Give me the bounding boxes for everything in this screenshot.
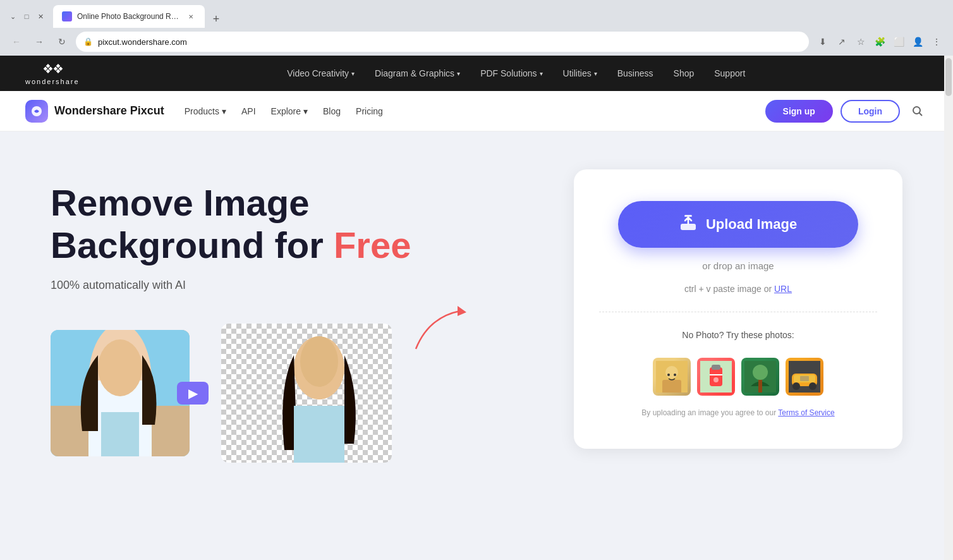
signup-button[interactable]: Sign up xyxy=(765,100,833,123)
tab-favicon xyxy=(62,11,72,21)
svg-rect-32 xyxy=(800,376,809,381)
terms-link[interactable]: Terms of Service xyxy=(778,408,834,417)
arrow-next: ▶ xyxy=(177,382,209,405)
pixcut-brand-name: Wondershare Pixcut xyxy=(54,104,164,118)
svg-point-18 xyxy=(667,374,670,376)
browser-titlebar: ⌄ □ ✕ Online Photo Background Remo... ✕ … xyxy=(0,0,953,28)
nav-item-business[interactable]: Business xyxy=(617,68,653,78)
drop-hint: or drop an image xyxy=(702,260,774,271)
hero-section: Remove Image Background for Free 100% au… xyxy=(51,169,536,463)
hero-free-text: Free xyxy=(334,224,411,265)
pixcut-nav-api[interactable]: API xyxy=(241,106,256,116)
sample-photo-2[interactable] xyxy=(697,358,735,396)
refresh-button[interactable]: ↻ xyxy=(53,33,71,51)
sidebar-button[interactable]: ⬜ xyxy=(890,33,907,51)
svg-point-30 xyxy=(809,382,816,390)
active-tab[interactable]: Online Photo Background Remo... ✕ xyxy=(53,5,205,28)
sample-photos xyxy=(653,358,823,396)
url-link[interactable]: URL xyxy=(774,284,792,294)
pixcut-nav-pricing-label: Pricing xyxy=(356,106,383,116)
nav-item-diagram-graphics-label: Diagram & Graphics xyxy=(375,68,454,78)
before-image-container: ▶ xyxy=(51,330,190,456)
toolbar-actions: ⬇ ↗ ☆ 🧩 ⬜ 👤 ⋮ xyxy=(814,33,945,51)
wondershare-logo[interactable]: ❖❖ wondershare xyxy=(25,61,80,85)
svg-point-29 xyxy=(792,382,800,390)
wondershare-navbar: ❖❖ wondershare Video Creativity ▾ Diagra… xyxy=(0,56,953,91)
pixcut-nav-blog[interactable]: Blog xyxy=(323,106,341,116)
wondershare-logo-text: wondershare xyxy=(25,78,80,85)
more-options-button[interactable]: ⋮ xyxy=(928,33,945,51)
pixcut-nav-blog-label: Blog xyxy=(323,106,341,116)
nav-item-shop[interactable]: Shop xyxy=(674,68,695,78)
main-content: Remove Image Background for Free 100% au… xyxy=(0,131,953,523)
pixcut-brand[interactable]: Wondershare Pixcut xyxy=(25,100,164,123)
wondershare-logo-icon: ❖❖ xyxy=(42,61,63,76)
svg-point-1 xyxy=(913,107,920,114)
before-image xyxy=(51,330,190,456)
upload-panel: Upload Image or drop an image ctrl + v p… xyxy=(574,169,902,449)
after-image xyxy=(221,324,392,463)
share-button[interactable]: ↗ xyxy=(833,33,851,51)
svg-rect-21 xyxy=(710,367,722,386)
nav-item-utilities[interactable]: Utilities ▾ xyxy=(563,68,597,78)
divider xyxy=(599,312,877,312)
svg-rect-17 xyxy=(662,380,681,393)
address-bar[interactable]: 🔒 pixcut.wondershare.com xyxy=(76,32,809,52)
minimize-window-button[interactable]: ⌄ xyxy=(8,11,18,21)
nav-item-support-label: Support xyxy=(714,68,745,78)
hero-title-line2: Background for xyxy=(51,224,334,265)
search-button[interactable] xyxy=(907,101,928,121)
pixcut-nav-items: Products ▾ API Explore ▾ Blog Pricing xyxy=(185,106,745,116)
chevron-down-icon: ▾ xyxy=(303,106,308,116)
pixcut-nav-products-label: Products xyxy=(185,106,219,116)
svg-point-11 xyxy=(300,336,338,387)
scrollbar-thumb[interactable] xyxy=(945,58,952,96)
pixcut-nav-products[interactable]: Products ▾ xyxy=(185,106,226,116)
pixcut-logo-icon xyxy=(25,100,48,123)
terms-prefix: By uploading an image you agree to our xyxy=(641,408,778,417)
window-controls: ⌄ □ ✕ xyxy=(8,11,46,21)
back-button[interactable]: ← xyxy=(8,33,25,51)
restore-window-button[interactable]: □ xyxy=(21,11,32,21)
upload-icon xyxy=(679,214,697,235)
bookmark-button[interactable]: ☆ xyxy=(852,33,870,51)
svg-rect-10 xyxy=(294,406,344,463)
svg-rect-8 xyxy=(101,412,139,456)
terms-text: By uploading an image you agree to our T… xyxy=(641,408,834,417)
chevron-down-icon: ▾ xyxy=(351,70,355,77)
sample-photo-4[interactable] xyxy=(786,358,823,396)
upload-image-button[interactable]: Upload Image xyxy=(618,201,858,248)
login-button[interactable]: Login xyxy=(841,100,900,123)
pixcut-nav-explore-label: Explore xyxy=(271,106,301,116)
browser-chrome: ⌄ □ ✕ Online Photo Background Remo... ✕ … xyxy=(0,0,953,56)
chevron-down-icon: ▾ xyxy=(594,70,597,77)
pixcut-nav-explore[interactable]: Explore ▾ xyxy=(271,106,308,116)
nav-item-video-creativity[interactable]: Video Creativity ▾ xyxy=(287,68,355,78)
nav-item-support[interactable]: Support xyxy=(714,68,745,78)
new-tab-button[interactable]: + xyxy=(207,10,225,28)
sample-photo-3[interactable] xyxy=(741,358,779,396)
forward-button[interactable]: → xyxy=(30,33,48,51)
svg-marker-12 xyxy=(458,306,466,316)
lock-icon: 🔒 xyxy=(83,37,93,46)
hero-images: ▶ xyxy=(51,324,536,463)
nav-item-business-label: Business xyxy=(617,68,653,78)
hero-subtitle: 100% automatically with AI xyxy=(51,279,536,292)
sample-photo-1[interactable] xyxy=(653,358,691,396)
curved-arrow-indicator xyxy=(410,305,473,358)
nav-item-pdf-solutions[interactable]: PDF Solutions ▾ xyxy=(480,68,542,78)
tab-bar: Online Photo Background Remo... ✕ + xyxy=(53,5,945,28)
pixcut-navbar: Wondershare Pixcut Products ▾ API Explor… xyxy=(0,91,953,131)
pixcut-nav-pricing[interactable]: Pricing xyxy=(356,106,383,116)
svg-point-7 xyxy=(98,339,142,396)
extensions-button[interactable]: 🧩 xyxy=(871,33,889,51)
upload-button-label: Upload Image xyxy=(706,216,797,233)
nav-item-pdf-solutions-label: PDF Solutions xyxy=(480,68,537,78)
close-window-button[interactable]: ✕ xyxy=(35,11,46,21)
svg-point-16 xyxy=(665,366,678,379)
profile-button[interactable]: 👤 xyxy=(909,33,926,51)
tab-close-button[interactable]: ✕ xyxy=(186,11,196,21)
svg-rect-13 xyxy=(681,224,696,230)
download-button[interactable]: ⬇ xyxy=(814,33,832,51)
nav-item-diagram-graphics[interactable]: Diagram & Graphics ▾ xyxy=(375,68,460,78)
